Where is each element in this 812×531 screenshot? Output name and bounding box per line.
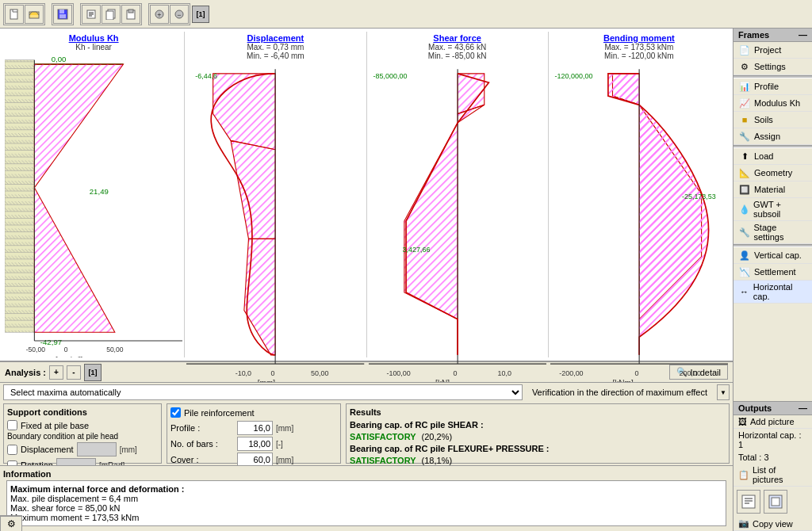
- svg-rect-24: [5, 60, 34, 332]
- analysis-stage-badge[interactable]: [1]: [84, 364, 102, 381]
- list-pictures-icon: 📋: [738, 470, 749, 480]
- displacement-min: Min. = -6,40 mm: [247, 52, 304, 60]
- svg-text:0: 0: [271, 369, 275, 377]
- toolbar: + − [1]: [0, 0, 812, 29]
- sidebar-item-stage-settings[interactable]: 🔧 Stage settings: [733, 221, 812, 244]
- horizontal-cap-output-value: 1: [738, 440, 743, 449]
- sidebar-item-gwt[interactable]: 💧 GWT + subsoil: [733, 198, 812, 221]
- no-bars-input[interactable]: [237, 437, 273, 451]
- add-picture-icon: 🖼: [738, 417, 747, 426]
- copy-btn[interactable]: [102, 5, 121, 24]
- displacement-title[interactable]: Displacement: [247, 33, 304, 43]
- displacement-chart-panel: Displacement Max. = 0,73 mm Min. = -6,40…: [185, 32, 366, 357]
- horizontal-cap-icon: ↔: [738, 285, 750, 298]
- fixed-at-pile-base-label: Fixed at pile base: [21, 421, 89, 430]
- frames-collapse-icon[interactable]: —: [799, 30, 807, 40]
- paste-btn[interactable]: [121, 5, 140, 24]
- fixed-at-pile-base-row: Fixed at pile base: [7, 420, 158, 430]
- analysis-add-btn[interactable]: +: [49, 365, 63, 380]
- file-group: [3, 3, 45, 25]
- sidebar-item-material[interactable]: 🔲 Material: [733, 181, 812, 198]
- sidebar-item-load[interactable]: ⬆ Load: [733, 148, 812, 165]
- sidebar-item-profile[interactable]: 📊 Profile: [733, 78, 812, 95]
- outputs-collapse-icon[interactable]: —: [799, 403, 807, 413]
- svg-text:+: +: [157, 11, 161, 19]
- svg-text:-6,44,6: -6,44,6: [195, 72, 217, 80]
- svg-text:0: 0: [634, 369, 638, 377]
- no-bars-label: No. of bars :: [170, 439, 234, 449]
- sidebar-item-horizontal-cap[interactable]: ↔ Horizontal cap.: [733, 281, 812, 304]
- copy-view-icon: 📷: [738, 518, 749, 529]
- pile-reinf-checkbox[interactable]: [170, 407, 181, 418]
- list-pictures-btn[interactable]: 📋 List of pictures: [733, 464, 812, 487]
- select-maxima[interactable]: Select maxima automatically: [3, 384, 523, 400]
- save-btn[interactable]: [53, 5, 72, 24]
- support-conditions-box: Support conditions Fixed at pile base Bo…: [3, 403, 162, 464]
- displacement-unit: [mm]: [120, 445, 137, 454]
- info-moment-row: Maximum moment = 173,53 kNm: [10, 513, 722, 522]
- analysis-remove-btn[interactable]: -: [67, 365, 81, 380]
- svg-marker-27: [34, 64, 123, 188]
- stage-add-btn[interactable]: +: [150, 5, 169, 24]
- copy-view-btn[interactable]: 📷 Copy view: [733, 517, 812, 531]
- fixed-at-pile-base-checkbox[interactable]: [7, 420, 17, 430]
- sidebar-item-assign[interactable]: 🔧 Assign: [733, 128, 812, 145]
- support-conditions-title: Support conditions: [7, 407, 158, 417]
- add-picture-btn[interactable]: 🖼 Add picture: [733, 415, 812, 429]
- svg-text:[kNm]: [kNm]: [612, 379, 634, 381]
- edit-group: [80, 3, 142, 25]
- gear-btn[interactable]: ⚙: [0, 516, 22, 532]
- modulus-title[interactable]: Modulus Kh: [69, 33, 119, 43]
- modulus-svg: 0,00 21,49 -42,97 -50,00 0: [5, 52, 182, 357]
- displacement-max: Max. = 0,73 mm: [247, 43, 304, 52]
- total-value: 3: [764, 453, 768, 462]
- rotation-input[interactable]: [56, 458, 96, 465]
- svg-text:-85,000,00: -85,000,00: [373, 72, 407, 80]
- displacement-input[interactable]: [77, 442, 117, 457]
- output-icon-btn-2[interactable]: [764, 490, 787, 514]
- shear-title[interactable]: Shear force: [433, 33, 481, 43]
- displacement-checkbox[interactable]: [7, 445, 17, 455]
- outputs-section: Outputs — 🖼 Add picture Horizontal cap. …: [733, 401, 812, 531]
- sidebar-item-settings[interactable]: ⚙ Settings: [733, 59, 812, 75]
- sidebar-item-settlement[interactable]: 📉 Settlement: [733, 264, 812, 281]
- stage-remove-btn[interactable]: −: [170, 5, 189, 24]
- open-btn[interactable]: [25, 5, 44, 24]
- new-btn[interactable]: [5, 5, 24, 24]
- stage-badge[interactable]: [1]: [192, 6, 209, 23]
- rotation-row: Rotation [mRad]: [7, 458, 158, 465]
- project-icon: 📄: [738, 44, 751, 56]
- sidebar-item-project[interactable]: 📄 Project: [733, 42, 812, 59]
- cover-input[interactable]: [237, 453, 273, 465]
- details-row: Support conditions Fixed at pile base Bo…: [0, 402, 733, 465]
- sidebar-item-geometry[interactable]: 📐 Geometry: [733, 165, 812, 181]
- info-shear-label: Max. shear force =: [10, 503, 82, 513]
- verification-dropdown-arrow[interactable]: [717, 384, 730, 400]
- profile-unit: [mm]: [276, 424, 293, 433]
- flexure-result-pct: (18,1%): [422, 456, 453, 465]
- frames-label: Frames: [738, 30, 769, 40]
- pile-reinf-label: Pile reinforcement: [184, 408, 255, 418]
- sidebar-item-vertical-cap[interactable]: 👤 Vertical cap.: [733, 247, 812, 264]
- svg-marker-38: [213, 74, 275, 150]
- results-title: Results: [350, 407, 726, 417]
- sidebar-item-soils[interactable]: ■ Soils: [733, 112, 812, 128]
- bending-title[interactable]: Bending moment: [603, 33, 675, 43]
- edit-btn[interactable]: [82, 5, 101, 24]
- bending-chart-panel: Bending moment Max. = 173,53 kNm Min. = …: [549, 32, 730, 357]
- sidebar-item-modulus[interactable]: 📈 Modulus Kh: [733, 95, 812, 112]
- verification-label: Verification in the direction of maximum…: [532, 388, 707, 397]
- charts-area: Modulus Kh Kh - linear: [0, 29, 733, 361]
- sidebar-item-project-label: Project: [754, 45, 781, 55]
- vertical-cap-icon: 👤: [738, 249, 751, 262]
- add-picture-label: Add picture: [750, 417, 795, 426]
- svg-text:10,0: 10,0: [497, 369, 511, 377]
- profile-input[interactable]: [237, 421, 273, 435]
- select-row: Select maxima automatically Verification…: [0, 383, 733, 402]
- displacement-cond-label: Displacement: [21, 445, 74, 454]
- output-icon-btn-1[interactable]: [737, 490, 760, 514]
- gear-icon: ⚙: [7, 518, 16, 529]
- flexure-result-title-row: Bearing cap. of RC pile FLEXURE+ PRESSUR…: [350, 444, 726, 453]
- svg-rect-6: [59, 14, 66, 18]
- svg-text:50,00: 50,00: [311, 369, 328, 377]
